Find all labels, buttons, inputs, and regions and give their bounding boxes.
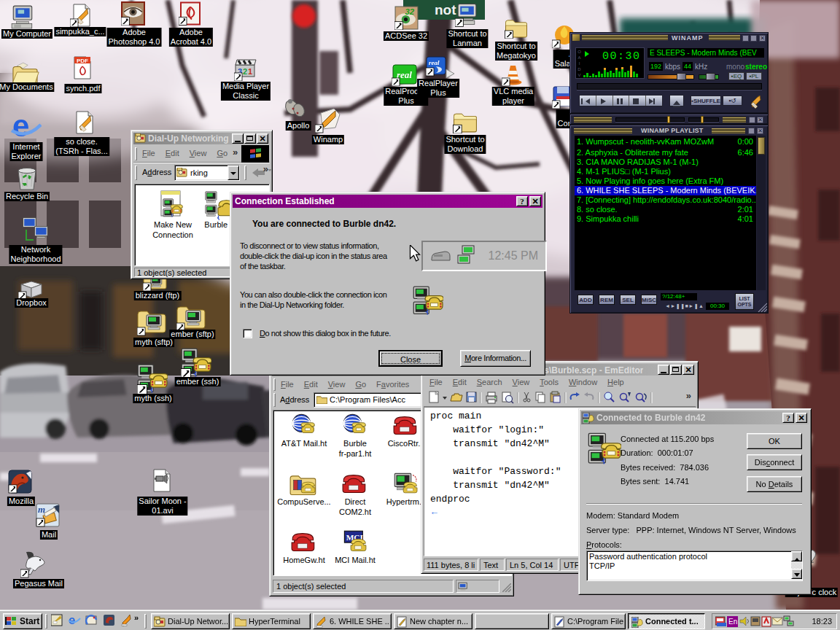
- svg-text:32: 32: [405, 7, 414, 16]
- svg-text:1: 1: [248, 67, 252, 76]
- svg-text:2: 2: [243, 67, 247, 76]
- svg-text:e: e: [12, 110, 29, 142]
- svg-text:real: real: [429, 59, 440, 66]
- svg-text:PDF: PDF: [77, 58, 88, 64]
- svg-text:En: En: [728, 618, 737, 626]
